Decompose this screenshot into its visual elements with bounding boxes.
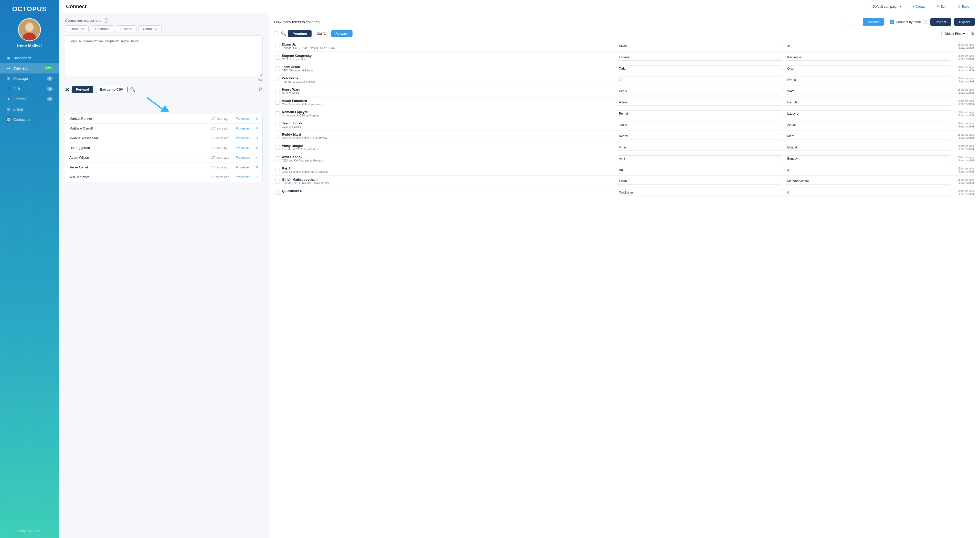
lead-lastname-input[interactable]: [785, 156, 951, 162]
tag-position[interactable]: Position: [116, 25, 137, 32]
lead-firstname-input[interactable]: [617, 178, 783, 184]
sidebar-item-endorse[interactable]: ✦ Endorse 0: [0, 94, 59, 104]
lead-firstname-input[interactable]: [617, 76, 783, 83]
logo: OCTOPUS: [12, 5, 46, 13]
queue-delete-icon[interactable]: 🗑: [258, 87, 262, 92]
lead-checkbox[interactable]: [275, 44, 280, 48]
lead-firstname-input[interactable]: [617, 43, 783, 49]
queue-search-icon[interactable]: 🔍: [130, 87, 135, 92]
lead-lastname-input[interactable]: [785, 65, 951, 72]
lead-info: Zeb Evans Founder & CEO at ClickUp: [282, 76, 615, 83]
lead-firstname-input[interactable]: [617, 99, 783, 106]
export-button[interactable]: Export: [954, 18, 975, 26]
envelope-icon: ✉: [256, 156, 258, 159]
forward-filter-button[interactable]: Forward: [331, 30, 353, 37]
lead-lastname-input[interactable]: [785, 88, 951, 94]
import-button[interactable]: Import: [930, 18, 951, 26]
lead-firstname-input[interactable]: [617, 156, 783, 162]
envelope-icon: ✉: [256, 175, 258, 179]
lead-checkbox[interactable]: [275, 66, 280, 71]
leads-delete-icon[interactable]: 🗑: [970, 31, 975, 37]
lead-checkbox[interactable]: [275, 78, 280, 82]
char-count: 300: [65, 78, 262, 82]
lead-firstname-input[interactable]: [617, 65, 783, 72]
sidebar-item-billing[interactable]: ⚙ Billing: [0, 104, 59, 114]
lead-firstname-input[interactable]: [617, 144, 783, 151]
lead-checkbox[interactable]: [275, 190, 280, 195]
tag-firstname[interactable]: Firstname: [65, 25, 89, 32]
lead-checkbox[interactable]: [275, 122, 280, 127]
lead-firstname-input[interactable]: [617, 54, 783, 61]
lead-time: 18 hours ago: [953, 122, 974, 125]
lead-checkbox[interactable]: [275, 111, 280, 116]
lead-time: 18 hours ago: [953, 189, 974, 192]
leads-search-icon[interactable]: 🔍: [281, 31, 286, 36]
lead-firstname-input[interactable]: [617, 88, 783, 94]
lead-lastname-input[interactable]: [785, 54, 951, 61]
list-item: Todd Olson CEO / Founder at Pendo 18 hou…: [274, 63, 975, 74]
tools-button[interactable]: ⚙ Tools: [954, 3, 973, 10]
queue-row-status: Processed: [236, 146, 250, 150]
note-textarea[interactable]: [65, 35, 262, 76]
lead-firstname-input[interactable]: [617, 133, 783, 140]
list-item: Eugene Kaspersky CEO at Kaspersky 18 hou…: [274, 52, 975, 63]
campaign-select[interactable]: Default campaign ▾: [869, 3, 905, 10]
sidebar-item-connect[interactable]: ⇢ Connect 973: [0, 63, 59, 73]
sidebar-item-dashboard[interactable]: ⊞ Dashboard: [0, 53, 59, 63]
edit-button[interactable]: ✎ Edit: [933, 3, 950, 10]
lead-checkbox[interactable]: [275, 179, 280, 184]
lead-lastname-input[interactable]: [785, 76, 951, 83]
user-icon: 👤: [6, 87, 11, 91]
lead-added: Lead added: [953, 159, 974, 162]
premium-filter-button[interactable]: Premium: [288, 30, 312, 37]
sidebar-item-visit[interactable]: 👤 Visit 0: [0, 84, 59, 94]
tag-company[interactable]: Company: [138, 25, 162, 32]
sidebar-item-message[interactable]: ✉ Message 0: [0, 73, 59, 84]
lead-lastname-input[interactable]: [785, 110, 951, 117]
list-item: Zeb Evans Founder & CEO at ClickUp 18 ho…: [274, 74, 975, 86]
cut-filter-button[interactable]: Cut ⇅: [313, 30, 329, 37]
table-row: Matthew Carroll 17 hours ago Processed ✉: [65, 124, 262, 133]
lead-checkbox[interactable]: [275, 156, 280, 161]
lead-checkbox[interactable]: [275, 100, 280, 105]
lead-firstname-input[interactable]: [617, 189, 783, 196]
lead-checkbox[interactable]: [275, 168, 280, 172]
lead-checkbox[interactable]: [275, 134, 280, 138]
lead-lastname-input[interactable]: [785, 43, 951, 49]
lead-firstname-input[interactable]: [617, 110, 783, 117]
cut-label: Cut: [317, 32, 322, 36]
lead-firstname-input[interactable]: [617, 122, 783, 128]
lead-lastname-input[interactable]: [785, 133, 951, 140]
lead-time-wrap: 18 hours ago Lead added: [953, 43, 974, 49]
launch-button[interactable]: Launch: [863, 18, 884, 25]
extract-csv-button[interactable]: Extract to CSV: [96, 86, 127, 93]
create-button[interactable]: + Create: [909, 3, 929, 10]
connect-count-input[interactable]: [845, 18, 863, 25]
lead-time-wrap: 18 hours ago Lead added: [953, 133, 974, 139]
lead-checkbox[interactable]: [275, 89, 280, 94]
sort-select[interactable]: Oldest First ▾: [941, 30, 968, 37]
lead-lastname-input[interactable]: [785, 178, 951, 184]
lead-title: Co-founder & CEO at Gorgias: [282, 114, 615, 117]
forward-queue-button[interactable]: Forward: [72, 86, 93, 93]
sidebar-item-label: Visit: [13, 87, 20, 91]
connect-email-checkbox[interactable]: ✓: [889, 20, 894, 24]
lead-info: Amit Bendov CEO and Co-Founder at Gong.i…: [282, 155, 615, 162]
sidebar-item-contact[interactable]: 💬 Contact us: [0, 114, 59, 125]
lead-checkbox[interactable]: [275, 145, 280, 150]
lead-first-field: [617, 133, 783, 140]
lead-checkbox[interactable]: [275, 55, 280, 60]
tag-lastname[interactable]: Lastname: [91, 25, 114, 32]
lead-lastname-input[interactable]: [785, 189, 951, 196]
lead-lastname-input[interactable]: [785, 144, 951, 151]
lead-info: Henry Ward CEO at Carta: [282, 87, 615, 94]
user-name: Irene Maliski: [17, 44, 42, 48]
lead-lastname-input[interactable]: [785, 167, 951, 173]
lead-lastname-input[interactable]: [785, 122, 951, 128]
select-all-checkbox[interactable]: [274, 32, 279, 36]
lead-title: Founder & CEO at ClickUp: [282, 80, 615, 83]
queue-row-time: 17 hours ago: [211, 117, 232, 121]
list-item: Jason Zintak CEO at 6sense 18 hours ago …: [274, 119, 975, 130]
lead-lastname-input[interactable]: [785, 99, 951, 106]
lead-firstname-input[interactable]: [617, 167, 783, 173]
